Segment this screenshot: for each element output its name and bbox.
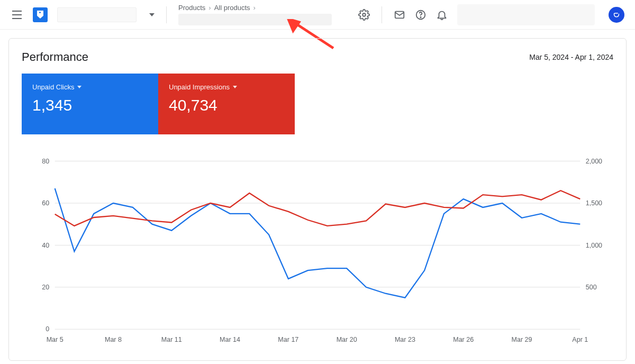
breadcrumb: Products › All products ›: [178, 4, 349, 12]
svg-text:Apr 1: Apr 1: [572, 335, 588, 343]
chevron-down-icon: [77, 86, 81, 88]
metric-value: 1,345: [32, 96, 148, 114]
svg-text:Mar 29: Mar 29: [512, 335, 532, 343]
svg-text:40: 40: [42, 242, 49, 249]
notifications-icon[interactable]: [436, 9, 448, 21]
card-title: Performance: [22, 50, 88, 64]
svg-text:Mar 5: Mar 5: [47, 335, 64, 343]
account-selector[interactable]: [57, 7, 137, 22]
svg-point-0: [362, 13, 366, 16]
svg-text:Mar 11: Mar 11: [161, 335, 182, 343]
mail-icon[interactable]: [394, 9, 405, 21]
breadcrumb-wrap: Products › All products ›: [178, 4, 349, 25]
metric-label: Unpaid Impressions: [169, 83, 230, 91]
chevron-right-icon: ›: [208, 4, 211, 12]
breadcrumb-item[interactable]: All products: [214, 4, 250, 12]
performance-card: Performance Mar 5, 2024 - Apr 1, 2024 Un…: [8, 38, 627, 361]
svg-text:1,000: 1,000: [586, 242, 602, 249]
svg-text:80: 80: [42, 158, 49, 165]
chevron-right-icon: ›: [253, 4, 256, 12]
svg-text:2,000: 2,000: [586, 158, 602, 165]
metric-cards: Unpaid Clicks 1,345 Unpaid Impressions 4…: [22, 74, 613, 134]
chevron-down-icon: [149, 13, 155, 16]
settings-icon[interactable]: [358, 9, 370, 21]
svg-text:Mar 26: Mar 26: [453, 335, 474, 343]
divider: [166, 6, 167, 23]
svg-text:20: 20: [42, 284, 49, 291]
chevron-down-icon: [233, 86, 237, 88]
app-header: Products › All products ›: [0, 0, 635, 30]
metric-card-impressions[interactable]: Unpaid Impressions 40,734: [158, 74, 295, 134]
svg-text:500: 500: [586, 284, 597, 291]
svg-text:60: 60: [42, 199, 49, 207]
svg-text:1,500: 1,500: [586, 199, 602, 207]
merchant-center-logo: [33, 7, 48, 22]
svg-text:Mar 17: Mar 17: [278, 335, 298, 343]
menu-button[interactable]: [11, 8, 23, 21]
breadcrumb-current-redacted: [178, 14, 332, 25]
metric-label: Unpaid Clicks: [32, 83, 74, 91]
breadcrumb-item[interactable]: Products: [178, 4, 205, 12]
chart-svg: 0204060805001,0001,5002,000Mar 5Mar 8Mar…: [22, 156, 613, 346]
card-header: Performance Mar 5, 2024 - Apr 1, 2024: [22, 50, 613, 64]
performance-chart: 0204060805001,0001,5002,000Mar 5Mar 8Mar…: [22, 156, 613, 346]
svg-text:Mar 23: Mar 23: [395, 335, 415, 343]
svg-text:Mar 20: Mar 20: [337, 335, 357, 343]
svg-text:Mar 8: Mar 8: [105, 335, 122, 343]
divider: [382, 6, 382, 23]
brand-badge-icon[interactable]: [609, 7, 624, 23]
svg-text:0: 0: [46, 325, 49, 333]
metric-value: 40,734: [169, 96, 284, 114]
date-range[interactable]: Mar 5, 2024 - Apr 1, 2024: [529, 53, 613, 61]
svg-point-3: [420, 16, 421, 17]
help-icon[interactable]: [415, 9, 427, 21]
svg-text:Mar 14: Mar 14: [220, 335, 240, 343]
metric-card-clicks[interactable]: Unpaid Clicks 1,345: [22, 74, 158, 134]
account-area-redacted[interactable]: [457, 4, 595, 25]
